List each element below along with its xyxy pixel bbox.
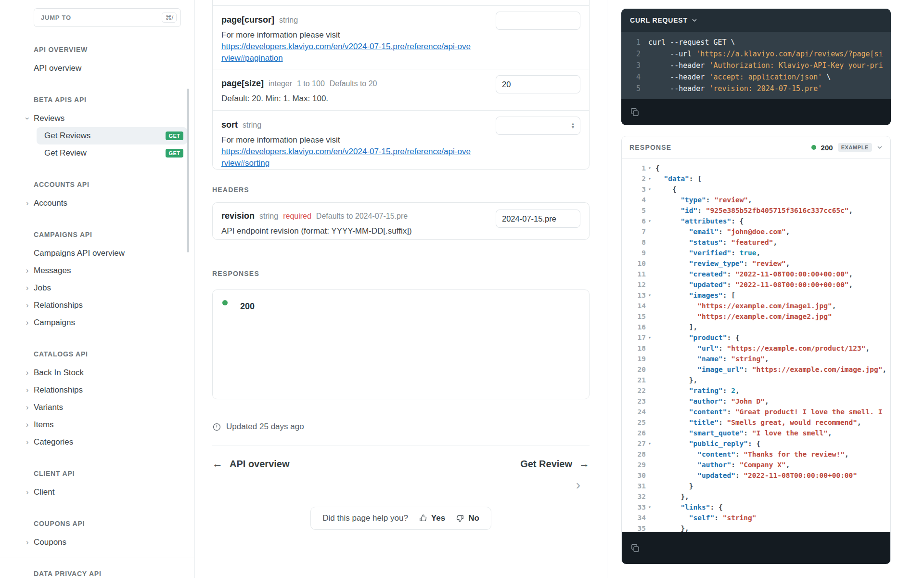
prev-page-link[interactable]: ← API overview — [212, 458, 290, 470]
param-input-page-cursor[interactable] — [496, 12, 580, 30]
code-line: 1▾{ — [629, 163, 890, 173]
divider — [212, 257, 590, 257]
code-text: "images": [ — [655, 290, 735, 301]
param-input-page-size[interactable] — [496, 75, 580, 93]
sidebar-item-label: Back In Stock — [34, 368, 84, 378]
sidebar-item-categories[interactable]: ›Categories — [0, 434, 194, 451]
fold-toggle-icon[interactable]: ▾ — [647, 216, 653, 226]
fold-spacer — [647, 311, 653, 322]
sidebar-item-label: Client — [34, 487, 54, 497]
response-title: RESPONSE — [629, 144, 671, 151]
param-description: API endpoint revision (format: YYYY-MM-D… — [221, 225, 472, 237]
jump-to-search[interactable]: JUMP TO ⌘/ — [34, 8, 181, 27]
fold-toggle-icon[interactable]: ▾ — [647, 502, 653, 512]
sidebar-item-label: Messages — [34, 266, 71, 276]
chevron-right-icon: › — [576, 477, 580, 493]
param-name: revision — [221, 210, 255, 222]
line-number: 14 — [629, 301, 646, 311]
sidebar-item-messages[interactable]: ›Messages — [0, 262, 194, 279]
sidebar-item-get-reviews[interactable]: Get ReviewsGET — [37, 127, 187, 144]
sidebar-item-label: Campaigns — [34, 318, 75, 328]
chevron-down-icon — [877, 144, 883, 150]
fold-toggle-icon[interactable]: ▾ — [647, 290, 653, 301]
line-number: 21 — [629, 375, 646, 385]
line-number: 22 — [629, 385, 646, 396]
curl-request-selector[interactable]: CURL REQUEST — [621, 9, 891, 32]
param-row-page-cursor: page[cursor]stringFor more information p… — [213, 6, 589, 69]
sidebar-item-get-review[interactable]: Get ReviewGET — [0, 144, 194, 162]
fold-toggle-icon[interactable]: ▾ — [647, 438, 653, 449]
code-text: "links": { — [655, 502, 723, 512]
jump-to-shortcut: ⌘/ — [162, 13, 177, 23]
line-number: 8 — [629, 237, 646, 248]
code-text: "data": [ — [655, 173, 702, 184]
param-doc-link[interactable]: https://developers.klaviyo.com/en/v2024-… — [221, 146, 472, 169]
fold-toggle-icon[interactable]: ▾ — [647, 173, 653, 184]
prev-page-label: API overview — [230, 459, 290, 470]
fold-spacer — [647, 195, 653, 205]
chevron-right-icon: › — [26, 539, 28, 546]
next-page-link[interactable]: Get Review → — [520, 458, 590, 470]
sidebar-item-jobs[interactable]: ›Jobs — [0, 279, 194, 297]
param-doc-link[interactable]: https://developers.klaviyo.com/en/v2024-… — [221, 41, 472, 64]
code-text: "public_reply": { — [655, 438, 760, 449]
code-line: 34 "self": "string" — [629, 512, 890, 523]
param-default: Defaults to 20 — [330, 78, 377, 90]
curl-panel-footer — [621, 99, 891, 125]
code-text: { — [655, 184, 677, 195]
sidebar-section-title: API OVERVIEW — [34, 44, 181, 55]
sidebar-item-items[interactable]: ›Items — [0, 416, 194, 434]
code-text: "verified": true, — [655, 248, 760, 258]
copy-button[interactable] — [630, 107, 640, 117]
feedback-yes-button[interactable]: Yes — [419, 513, 445, 523]
code-line: 16 ], — [629, 322, 890, 332]
line-number: 26 — [629, 428, 646, 438]
fold-toggle-icon[interactable]: ▾ — [647, 163, 653, 173]
code-line: 20 "image_url": "https://example.com/ima… — [629, 364, 890, 375]
sidebar: JUMP TO ⌘/ API OVERVIEWAPI overviewBETA … — [0, 0, 195, 578]
line-number: 2 — [629, 173, 646, 184]
line-number: 15 — [629, 311, 646, 322]
code-text: "author": "John D", — [655, 396, 769, 407]
param-type: string — [279, 14, 298, 26]
headers-section-title: HEADERS — [212, 186, 590, 194]
response-row-200[interactable]: 200Success› — [213, 290, 589, 578]
param-input-revision[interactable] — [496, 210, 580, 228]
code-text: "https://example.com/image2.jpg" — [655, 311, 832, 322]
sidebar-item-campaigns-api-overview[interactable]: Campaigns API overview — [0, 245, 194, 262]
sidebar-item-relationships[interactable]: ›Relationships — [0, 297, 194, 314]
fold-toggle-icon[interactable]: ▾ — [647, 332, 653, 343]
chevron-right-icon: › — [26, 319, 28, 327]
fold-spacer — [647, 343, 653, 354]
response-example-selector[interactable]: 200 EXAMPLE — [811, 143, 883, 152]
arrow-right-icon: → — [579, 458, 590, 470]
param-required-flag: required — [283, 210, 311, 223]
chevron-right-icon: › — [26, 267, 28, 275]
param-select-sort[interactable]: ▲▼ — [496, 117, 580, 135]
code-line: 29 "author": "Company X", — [629, 460, 890, 470]
query-params-box: page[cursor]stringFor more information p… — [212, 0, 590, 170]
sidebar-item-client[interactable]: ›Client — [0, 484, 194, 501]
fold-spacer — [647, 385, 653, 396]
fold-spacer — [647, 301, 653, 311]
sidebar-item-api-overview[interactable]: API overview — [0, 60, 194, 77]
fold-spacer — [647, 428, 653, 438]
code-text: "email": "john@doe.com", — [655, 226, 790, 237]
sidebar-item-relationships[interactable]: ›Relationships — [0, 381, 194, 399]
sidebar-item-campaigns[interactable]: ›Campaigns — [0, 314, 194, 331]
fold-toggle-icon[interactable]: ▾ — [647, 184, 653, 195]
copy-button[interactable] — [630, 543, 640, 553]
next-page-label: Get Review — [520, 459, 572, 470]
code-line: 22 "rating": 2, — [629, 385, 890, 396]
code-line: 28 "content": "Thanks for the review!", — [629, 449, 890, 460]
sidebar-item-reviews[interactable]: ›Reviews — [0, 110, 194, 127]
sidebar-item-accounts[interactable]: ›Accounts — [0, 195, 194, 212]
sidebar-item-coupons[interactable]: ›Coupons — [0, 534, 194, 551]
sidebar-item-variants[interactable]: ›Variants — [0, 399, 194, 416]
sidebar-scrollbar[interactable] — [187, 89, 189, 252]
code-line: 15 "https://example.com/image2.jpg" — [629, 311, 890, 322]
sidebar-item-back-in-stock[interactable]: ›Back In Stock — [0, 364, 194, 381]
feedback-no-button[interactable]: No — [456, 513, 479, 523]
response-row-texts: 200Success — [232, 297, 262, 578]
line-number: 18 — [629, 343, 646, 354]
